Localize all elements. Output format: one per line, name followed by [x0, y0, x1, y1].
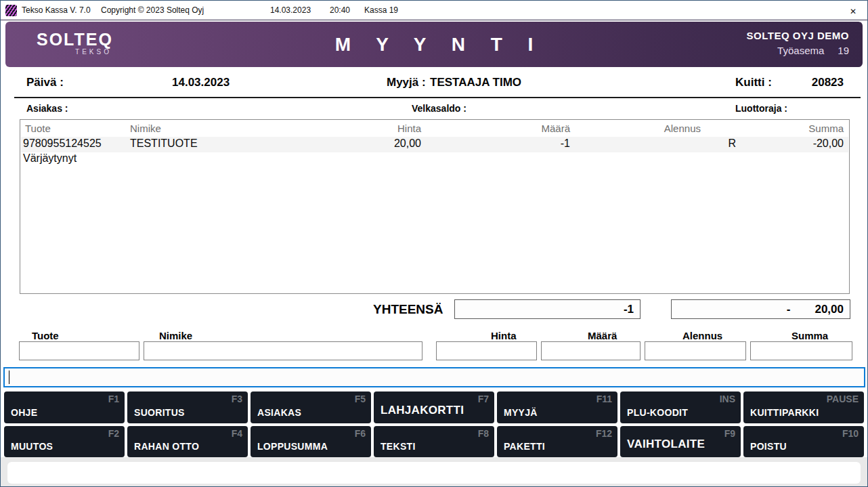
company-name: SOLTEQ OYJ DEMO	[747, 30, 849, 41]
fkey-label: F6	[355, 428, 366, 439]
col-header-alennus: Alennus	[565, 123, 701, 134]
col-header-tuote: Tuote	[25, 123, 51, 134]
col-header-maara: Määrä	[435, 123, 570, 134]
workstation-info: Työasema19	[747, 45, 849, 56]
page-title: M Y Y N T I	[5, 34, 863, 56]
fkey-label: F3	[232, 394, 242, 404]
totals-label: YHTEENSÄ	[373, 302, 443, 317]
debt-label: Velkasaldo :	[412, 103, 466, 114]
credit-label: Luottoraja :	[735, 103, 787, 114]
status-bar	[7, 462, 861, 484]
fkey-label: F12	[596, 428, 612, 439]
col-header-nimike: Nimike	[130, 123, 161, 134]
row-sum: -20,00	[708, 137, 844, 150]
col-header-hinta: Hinta	[286, 123, 421, 134]
total-sum-value: 20,00	[815, 303, 844, 316]
app-window: Tekso Kassa V. 7.0 Copyright © 2023 Solt…	[0, 0, 868, 487]
vaihtolaite-button[interactable]: F9 VAIHTOLAITE	[620, 426, 741, 457]
total-sum-sign: -	[787, 303, 791, 316]
plu-koodit-button[interactable]: INS PLU-KOODIT	[620, 391, 741, 423]
fkey-label: F5	[355, 394, 366, 404]
entry-label-nimike: Nimike	[159, 330, 192, 341]
row-note: Värjäytynyt	[23, 152, 77, 165]
fkey-label: F9	[724, 428, 735, 439]
fkey-label: F11	[596, 394, 612, 404]
summa-input[interactable]	[750, 341, 852, 360]
fkey-label: F10	[842, 428, 859, 439]
entry-label-maara: Määrä	[588, 330, 617, 341]
row-product-code: 9780955124525	[23, 137, 102, 150]
titlebar-date: 14.03.2023	[270, 5, 311, 15]
fkey-label: PAUSE	[827, 394, 859, 404]
suoritus-button[interactable]: F3 SUORITUS	[127, 391, 248, 423]
status-strip	[1, 457, 867, 486]
seller-value: TESTAAJA TIMO	[430, 76, 521, 89]
entry-label-tuote: Tuote	[32, 330, 59, 341]
kuittiparkki-button[interactable]: PAUSE KUITTIPARKKI	[743, 391, 864, 423]
nimike-input[interactable]	[144, 341, 422, 360]
paketti-button[interactable]: F12 PAKETTI	[497, 426, 617, 457]
fkey-label: F4	[232, 428, 242, 439]
fkey-label: INS	[720, 394, 735, 404]
teksti-button[interactable]: F8 TEKSTI	[374, 426, 494, 457]
entry-label-hinta: Hinta	[491, 330, 517, 341]
hinta-input[interactable]	[436, 341, 537, 360]
row-product-name: TESTITUOTE	[130, 137, 198, 150]
date-label: Päivä :	[26, 76, 64, 89]
muutos-button[interactable]: F2 MUUTOS	[4, 426, 125, 457]
row-quantity: -1	[435, 137, 570, 150]
close-icon[interactable]: ✕	[850, 5, 856, 18]
entry-label-summa: Summa	[791, 330, 828, 341]
lahjakortti-button[interactable]: F7 LAHJAKORTTI	[374, 391, 494, 423]
rahan-otto-button[interactable]: F4 RAHAN OTTO	[127, 426, 248, 457]
register-id: Kassa 19	[364, 5, 398, 15]
maara-input[interactable]	[541, 341, 641, 360]
customer-label: Asiakas :	[26, 103, 68, 114]
fkey-label: F1	[108, 394, 119, 404]
seller-label: Myyjä :	[387, 76, 426, 89]
divider-line	[14, 97, 861, 98]
total-quantity-box: -1	[454, 299, 641, 319]
app-icon	[5, 5, 17, 16]
function-button-grid: F1 OHJE F3 SUORITUS F5 ASIAKAS F7 LAHJAK…	[4, 391, 864, 457]
titlebar-time: 20:40	[330, 5, 350, 15]
fkey-label: F7	[478, 394, 489, 404]
fkey-label: F8	[478, 428, 489, 439]
row-price: 20,00	[286, 137, 421, 150]
total-sum-box: - 20,00	[671, 299, 850, 319]
receipt-number: 20823	[708, 76, 844, 89]
col-header-summa: Summa	[708, 123, 844, 134]
total-quantity-value: -1	[624, 303, 634, 316]
sale-lines-table: Tuote Nimike Hinta Määrä Alennus Summa 9…	[20, 119, 850, 294]
sale-header-banner: SOLTEQ TEKSO M Y Y N T I SOLTEQ OYJ DEMO…	[5, 22, 863, 67]
workstation-number: 19	[838, 45, 849, 56]
store-info: SOLTEQ OYJ DEMO Työasema19	[747, 30, 849, 56]
ohje-button[interactable]: F1 OHJE	[4, 391, 125, 423]
poistu-button[interactable]: F10 POISTU	[743, 426, 864, 457]
tuote-input[interactable]	[19, 341, 139, 360]
myyja-button[interactable]: F11 MYYJÄ	[497, 391, 617, 423]
workstation-label: Työasema	[777, 45, 824, 56]
copyright-text: Copyright © 2023 Solteq Oyj	[101, 5, 204, 15]
titlebar: Tekso Kassa V. 7.0 Copyright © 2023 Solt…	[1, 1, 867, 20]
alennus-input[interactable]	[645, 341, 746, 360]
asiakas-button[interactable]: F5 ASIAKAS	[251, 391, 371, 423]
text-cursor	[9, 370, 9, 384]
command-input[interactable]	[3, 367, 865, 387]
fkey-label: F2	[108, 428, 119, 439]
loppusumma-button[interactable]: F6 LOPPUSUMMA	[251, 426, 371, 457]
date-value: 14.03.2023	[172, 76, 230, 89]
window-title: Tekso Kassa V. 7.0	[22, 5, 91, 15]
entry-label-alennus: Alennus	[682, 330, 722, 341]
